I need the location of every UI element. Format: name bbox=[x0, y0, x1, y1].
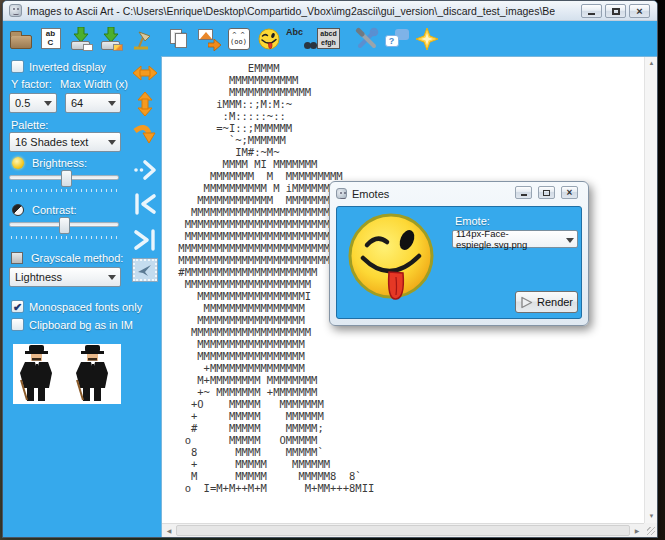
font-find-icon: Abc bbox=[286, 27, 311, 51]
close-button[interactable]: × bbox=[629, 4, 650, 18]
app-icon bbox=[9, 4, 22, 17]
ascii-text-button[interactable]: ab C bbox=[38, 26, 63, 52]
brightness-label: Brightness: bbox=[32, 157, 87, 169]
ascii-face-button[interactable]: ^ ^ (oo) bbox=[226, 26, 251, 52]
palette-label: Palette: bbox=[11, 119, 48, 131]
import-image-button[interactable] bbox=[68, 26, 93, 52]
emotes-dialog: Emotes × bbox=[329, 181, 589, 326]
image-convert-icon bbox=[197, 27, 221, 51]
rotate-button[interactable] bbox=[127, 121, 163, 149]
y-factor-select[interactable]: 0.5 bbox=[9, 93, 57, 113]
chevron-down-icon bbox=[44, 101, 52, 106]
import-picture-button[interactable] bbox=[98, 26, 123, 52]
palette-select[interactable]: 16 Shades text bbox=[9, 132, 121, 152]
lamp-button[interactable] bbox=[128, 26, 153, 52]
skip-to-start-button[interactable] bbox=[127, 190, 163, 218]
import-image-icon bbox=[70, 27, 92, 51]
sparkle-button[interactable] bbox=[414, 26, 439, 52]
vertical-arrow-icon bbox=[134, 91, 156, 117]
chevron-down-icon bbox=[108, 140, 116, 145]
scroll-down-icon[interactable]: ▼ bbox=[645, 510, 658, 523]
grayscale-select[interactable]: Lightness bbox=[9, 267, 121, 287]
stretch-horizontal-button[interactable] bbox=[127, 59, 163, 87]
skip-to-end-button[interactable] bbox=[127, 226, 163, 254]
close-icon: × bbox=[567, 188, 573, 198]
contrast-icon bbox=[12, 204, 24, 216]
emotes-dialog-icon bbox=[336, 188, 347, 199]
hscroll-thumb[interactable] bbox=[176, 525, 630, 536]
emotes-dialog-content: Emote: 114px-Face-espiegle.svg.png Rende… bbox=[336, 206, 582, 319]
brightness-slider[interactable] bbox=[9, 170, 119, 192]
y-factor-value: 0.5 bbox=[15, 97, 30, 109]
ascii-text-icon: ab C bbox=[41, 28, 61, 49]
max-width-select[interactable]: 64 bbox=[65, 93, 121, 113]
slider-thumb[interactable] bbox=[61, 170, 72, 187]
source-image-preview bbox=[13, 344, 121, 404]
help-button[interactable]: ? bbox=[384, 26, 409, 52]
emotes-dialog-title: Emotes bbox=[352, 188, 389, 200]
dialog-minimize-button[interactable] bbox=[515, 186, 532, 199]
minimize-button[interactable] bbox=[581, 4, 602, 18]
stamp-icon bbox=[133, 259, 157, 281]
minimize-icon bbox=[521, 194, 527, 196]
font-sample-icon: abcd efgh bbox=[317, 28, 340, 49]
scroll-up-icon[interactable]: ▲ bbox=[645, 57, 658, 70]
emote-label: Emote: bbox=[455, 215, 490, 227]
chevron-down-icon bbox=[108, 101, 116, 106]
copy-button[interactable] bbox=[166, 26, 191, 52]
convert-image-button[interactable] bbox=[196, 26, 221, 52]
dialog-maximize-button[interactable] bbox=[538, 186, 555, 199]
titlebar[interactable]: Images to Ascii Art - C:\Users\Enrique\D… bbox=[3, 1, 657, 21]
horizontal-scrollbar[interactable]: ◀ ▶ bbox=[162, 523, 644, 537]
emote-select[interactable]: 114px-Face-espiegle.svg.png bbox=[452, 230, 578, 248]
maximize-button[interactable] bbox=[605, 4, 626, 18]
import-picture-icon bbox=[100, 27, 122, 51]
y-factor-label: Y factor: bbox=[11, 78, 52, 90]
close-icon: × bbox=[636, 6, 642, 17]
grayscale-label: Grayscale method: bbox=[31, 252, 123, 264]
skip-end-icon bbox=[132, 227, 158, 253]
emotes-dialog-titlebar[interactable]: Emotes × bbox=[330, 182, 588, 205]
play-icon bbox=[520, 296, 533, 309]
help-icon: ? bbox=[385, 28, 409, 50]
render-button[interactable]: Render bbox=[515, 291, 578, 313]
brightness-icon bbox=[12, 157, 24, 169]
stretch-vertical-button[interactable] bbox=[127, 90, 163, 118]
chevron-down-icon bbox=[566, 238, 574, 243]
vertical-scrollbar[interactable]: ▲ ▼ bbox=[644, 57, 657, 523]
ascii-face-icon: ^ ^ (oo) bbox=[228, 28, 250, 50]
emotes-button[interactable] bbox=[256, 26, 281, 52]
inverted-display-label: Inverted display bbox=[29, 61, 106, 73]
lamp-icon bbox=[130, 28, 152, 50]
window-title: Images to Ascii Art - C:\Users\Enrique\D… bbox=[27, 5, 555, 17]
tools-button[interactable] bbox=[354, 26, 379, 52]
step-forward-button[interactable] bbox=[127, 156, 163, 184]
contrast-label: Contrast: bbox=[32, 204, 77, 216]
tools-icon bbox=[355, 27, 379, 51]
grayscale-value: Lightness bbox=[15, 271, 62, 283]
inverted-display-checkbox[interactable] bbox=[11, 60, 24, 73]
max-width-value: 64 bbox=[71, 97, 83, 109]
monospaced-checkbox[interactable]: ✔ bbox=[11, 300, 24, 313]
scroll-right-icon[interactable]: ▶ bbox=[630, 524, 644, 538]
send-mail-button[interactable] bbox=[127, 256, 163, 284]
resize-grip[interactable] bbox=[644, 523, 657, 537]
contrast-slider[interactable] bbox=[9, 217, 119, 239]
folder-icon bbox=[10, 35, 32, 49]
slider-thumb[interactable] bbox=[59, 217, 70, 234]
main-window: Images to Ascii Art - C:\Users\Enrique\D… bbox=[2, 0, 658, 538]
clipboard-bg-label: Clipboard bg as in IM bbox=[29, 319, 133, 331]
render-button-label: Render bbox=[537, 296, 573, 308]
copy-icon bbox=[168, 28, 190, 50]
dialog-close-button[interactable]: × bbox=[561, 186, 578, 199]
grayscale-icon bbox=[11, 252, 23, 264]
font-sample-button[interactable]: abcd efgh bbox=[316, 26, 341, 52]
chevron-down-icon bbox=[108, 275, 116, 280]
skip-start-icon bbox=[132, 191, 158, 217]
curved-arrow-icon bbox=[132, 122, 158, 148]
font-find-button[interactable]: Abc bbox=[286, 26, 311, 52]
emote-smiley-icon bbox=[258, 28, 280, 50]
open-folder-button[interactable] bbox=[8, 26, 33, 52]
scroll-left-icon[interactable]: ◀ bbox=[162, 524, 176, 538]
clipboard-bg-checkbox[interactable] bbox=[11, 318, 24, 331]
